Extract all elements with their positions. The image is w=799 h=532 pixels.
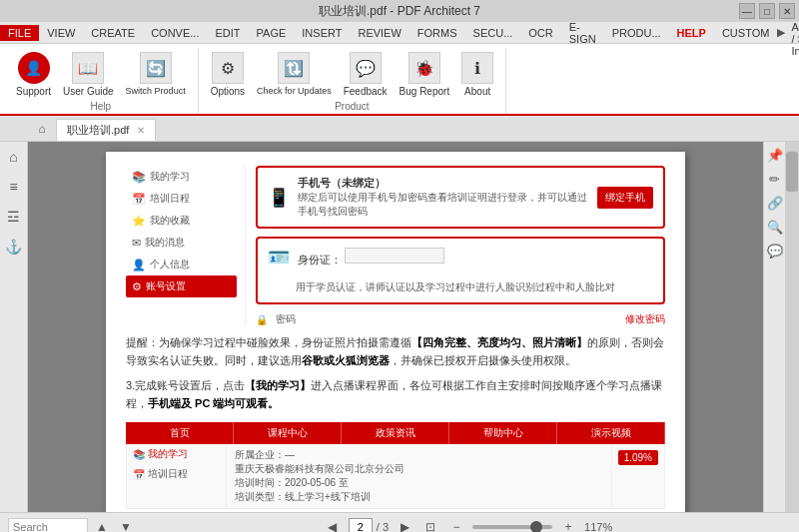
status-arrow-down[interactable]: ▼ bbox=[116, 517, 136, 533]
pdf-step3: 3.完成账号设置后，点击【我的学习】进入点播课程界面，各位可根据工作自主安排时间… bbox=[126, 377, 665, 412]
course-org: 重庆天极睿能科技有限公司北京分公司 bbox=[235, 462, 603, 476]
page-indicator: / 3 bbox=[349, 518, 389, 533]
right-panel: 📌 ✏ 🔗 🔍 💬 bbox=[763, 142, 785, 512]
table-nav-training[interactable]: 📅 培训日程 bbox=[127, 464, 226, 484]
menu-insert[interactable]: INSERT bbox=[294, 25, 350, 41]
bug-report-button[interactable]: 🐞 Bug Report bbox=[396, 50, 454, 99]
window-title: 职业培训.pdf - PDF Architect 7 bbox=[319, 3, 480, 20]
tab-label: 职业培训.pdf bbox=[67, 123, 129, 138]
menu-esign[interactable]: E-SIGN bbox=[561, 19, 604, 47]
menu-ocr[interactable]: OCR bbox=[520, 25, 560, 41]
password-label: 密码 bbox=[276, 312, 296, 326]
id-number-field bbox=[345, 248, 444, 264]
sidebar-anchor-icon[interactable]: ⚓ bbox=[3, 236, 25, 258]
edit-password-link[interactable]: 修改密码 bbox=[625, 312, 665, 326]
minimize-button[interactable]: — bbox=[739, 3, 755, 19]
nav-account-setting[interactable]: ⚙ 账号设置 bbox=[126, 275, 237, 297]
menu-forms[interactable]: FORMS bbox=[409, 25, 465, 41]
course-company: 所属企业：— bbox=[235, 448, 603, 462]
scroll-thumb[interactable] bbox=[786, 152, 798, 192]
menu-bar: FILE VIEW CREATE CONVE... EDIT PAGE INSE… bbox=[0, 22, 799, 44]
user-guide-label: User Guide bbox=[63, 86, 114, 97]
document-tab[interactable]: 职业培训.pdf ✕ bbox=[56, 119, 156, 141]
right-panel-search-icon[interactable]: 🔍 bbox=[766, 218, 784, 236]
about-icon: ℹ bbox=[461, 52, 493, 84]
feedback-icon: 💬 bbox=[350, 52, 382, 84]
switch-product-button[interactable]: 🔄 Switch Product bbox=[122, 50, 190, 98]
zoom-slider[interactable] bbox=[472, 525, 552, 529]
about-label: About bbox=[464, 86, 490, 97]
options-button[interactable]: ⚙ Options bbox=[207, 50, 249, 99]
nav-personal-info[interactable]: 👤 个人信息 bbox=[126, 254, 237, 275]
pdf-area: 📚 我的学习 📅 培训日程 ⭐ 我的收藏 ✉ 我的消息 bbox=[28, 142, 763, 512]
nav-my-study[interactable]: 📚 我的学习 bbox=[126, 166, 237, 188]
ribbon-group-help-items: 👤 Support 📖 User Guide 🔄 Switch Product bbox=[12, 50, 190, 99]
zoom-in-button[interactable]: + bbox=[558, 517, 578, 533]
search-input[interactable] bbox=[8, 518, 88, 533]
table-row-area: 📚 我的学习 📅 培训日程 所属企业：— 重庆天极睿能科技有限公司北京分公司 bbox=[126, 444, 665, 509]
sidebar-bookmarks-icon[interactable]: ☲ bbox=[3, 206, 25, 228]
options-label: Options bbox=[211, 86, 245, 97]
fit-page-button[interactable]: ⊡ bbox=[420, 517, 440, 533]
menu-page[interactable]: PAGE bbox=[249, 25, 295, 41]
switch-product-icon: 🔄 bbox=[140, 52, 172, 84]
sidebar-home-icon[interactable]: ⌂ bbox=[3, 146, 25, 168]
zoom-out-button[interactable]: − bbox=[446, 517, 466, 533]
right-panel-link-icon[interactable]: 🔗 bbox=[766, 194, 784, 212]
phone-box-subtitle: 绑定后可以使用手机号加密码查看培训证明进行登录，并可以通过手机号找回密码 bbox=[298, 191, 589, 219]
account-setting-icon: ⚙ bbox=[132, 280, 142, 293]
bug-report-label: Bug Report bbox=[400, 86, 450, 97]
maximize-button[interactable]: □ bbox=[759, 3, 775, 19]
nav-my-collect[interactable]: ⭐ 我的收藏 bbox=[126, 210, 237, 232]
user-guide-icon: 📖 bbox=[72, 52, 104, 84]
nav-my-message[interactable]: ✉ 我的消息 bbox=[126, 232, 237, 254]
phone-box: 📱 手机号（未绑定） 绑定后可以使用手机号加密码查看培训证明进行登录，并可以通过… bbox=[256, 166, 665, 229]
prev-page-button[interactable]: ◀ bbox=[323, 517, 343, 533]
nav-training-schedule[interactable]: 📅 培训日程 bbox=[126, 188, 237, 210]
scroll-bar[interactable] bbox=[785, 142, 799, 512]
tab-close-button[interactable]: ✕ bbox=[137, 125, 145, 136]
user-guide-button[interactable]: 📖 User Guide bbox=[59, 50, 118, 99]
menu-help[interactable]: HELP bbox=[669, 25, 714, 41]
product-group-label: Product bbox=[335, 101, 369, 114]
menu-produ[interactable]: PRODU... bbox=[604, 25, 669, 41]
table-header-home: 首页 bbox=[126, 422, 234, 444]
personal-info-icon: 👤 bbox=[132, 259, 146, 271]
menu-convert[interactable]: CONVE... bbox=[143, 25, 207, 41]
menu-create[interactable]: CREATE bbox=[83, 25, 143, 41]
menu-custom[interactable]: CUSTOM bbox=[714, 25, 777, 41]
sidebar-layers-icon[interactable]: ≡ bbox=[3, 176, 25, 198]
menu-security[interactable]: SECU... bbox=[465, 25, 521, 41]
next-page-button[interactable]: ▶ bbox=[395, 517, 414, 533]
title-bar-controls: — □ ✕ bbox=[739, 3, 795, 19]
table-header: 首页 课程中心 政策资讯 帮助中心 演示视频 bbox=[126, 422, 665, 444]
personal-info-label: 个人信息 bbox=[150, 258, 190, 271]
menu-view[interactable]: VIEW bbox=[39, 25, 83, 41]
about-button[interactable]: ℹ About bbox=[457, 50, 497, 99]
course-progress-area: 1.09% bbox=[612, 444, 664, 508]
tab-bar: ⌂ 职业培训.pdf ✕ bbox=[0, 116, 799, 142]
status-arrow-up[interactable]: ▲ bbox=[92, 517, 112, 533]
check-updates-label: Check for Updates bbox=[257, 86, 332, 96]
feedback-button[interactable]: 💬 Feedback bbox=[340, 50, 392, 99]
right-panel-comment-icon[interactable]: 💬 bbox=[766, 242, 784, 260]
tab-home-icon[interactable]: ⌂ bbox=[30, 117, 54, 141]
menu-edit[interactable]: EDIT bbox=[207, 25, 248, 41]
main-area: ⌂ ≡ ☲ ⚓ 📚 我的学习 📅 培训日程 ⭐ bbox=[0, 142, 799, 512]
table-nav-my-study[interactable]: 📚 我的学习 bbox=[127, 444, 226, 464]
right-panel-pin-icon[interactable]: 📌 bbox=[766, 146, 784, 164]
right-panel-edit-icon[interactable]: ✏ bbox=[766, 170, 784, 188]
arrow-right-icon: ▶ bbox=[777, 26, 785, 39]
bug-report-icon: 🐞 bbox=[408, 52, 440, 84]
menu-review[interactable]: REVIEW bbox=[350, 25, 408, 41]
status-center: ◀ / 3 ▶ ⊡ − + 117% bbox=[144, 517, 791, 533]
lock-icon: 🔒 bbox=[256, 314, 268, 325]
page-number-input[interactable] bbox=[349, 518, 373, 533]
table-nav-training-label: 培训日程 bbox=[148, 467, 188, 481]
menu-file[interactable]: FILE bbox=[0, 25, 39, 41]
check-updates-button[interactable]: 🔃 Check for Updates bbox=[253, 50, 336, 98]
bind-phone-button[interactable]: 绑定手机 bbox=[597, 187, 653, 209]
pdf-page: 📚 我的学习 📅 培训日程 ⭐ 我的收藏 ✉ 我的消息 bbox=[106, 152, 685, 512]
close-button[interactable]: ✕ bbox=[779, 3, 795, 19]
support-button[interactable]: 👤 Support bbox=[12, 50, 55, 99]
